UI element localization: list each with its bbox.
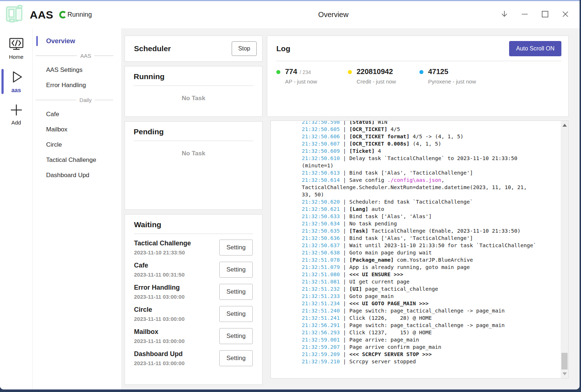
log-entry: INFO21:32:50.620 | Scheduler: End task `… xyxy=(276,198,556,205)
waiting-task-name: Mailbox xyxy=(134,328,184,336)
log-entry: INFO21:32:51.233 | Goto page_main xyxy=(276,293,556,300)
log-entry: INFO21:32:51.240 | Page switch: page_tac… xyxy=(276,307,556,314)
sidebar-item-mailbox[interactable]: Mailbox xyxy=(33,122,121,137)
log-timestamp: 21:32:50.598 xyxy=(302,121,340,125)
log-timestamp: 21:32:51.234 xyxy=(302,301,340,306)
log-timestamp: 21:32:59.001 xyxy=(302,337,340,343)
setting-button[interactable]: Setting xyxy=(219,262,253,278)
log-separator: | xyxy=(340,177,349,183)
log-separator: | xyxy=(340,121,349,125)
log-timestamp: 21:32:50.621 xyxy=(302,206,340,212)
stop-button[interactable]: Stop xyxy=(232,41,257,56)
setting-button[interactable]: Setting xyxy=(219,306,253,322)
log-level: INFO xyxy=(276,351,302,358)
divider xyxy=(36,100,76,100)
scrollbar-thumb[interactable] xyxy=(561,353,568,369)
divider xyxy=(134,85,253,86)
waiting-task-row: Dashboard Upd2023-11-11 03:00:00Setting xyxy=(134,347,253,369)
log-timestamp: 21:32:50.636 xyxy=(302,235,340,241)
stat-value: 47125 xyxy=(428,68,448,75)
setting-button[interactable]: Setting xyxy=(219,328,253,344)
log-console[interactable]: INFO21:32:50.598 | [Status] WININFO21:32… xyxy=(271,121,569,379)
log-message: Bind task ['Alas', 'TacticalChallenge'] xyxy=(349,170,473,176)
log-entry: INFO21:32:56.293 | Click (1237, 15) @ HO… xyxy=(276,329,556,336)
log-separator: | xyxy=(340,315,349,321)
log-message: [Status] xyxy=(349,121,375,125)
log-separator: | xyxy=(340,199,349,205)
log-separator: | xyxy=(340,206,349,212)
log-timestamp: 21:32:59.207 xyxy=(302,344,340,350)
scroll-up-button[interactable] xyxy=(561,122,568,129)
log-timestamp: 21:32:50.609 xyxy=(302,148,340,154)
rail-item-label: aas xyxy=(11,87,21,94)
log-separator: | xyxy=(340,293,349,299)
waiting-task-next-run: 2023-11-11 03:00:00 xyxy=(134,316,184,322)
log-level: INFO xyxy=(276,169,302,176)
sidebar-item-tactical-challenge[interactable]: Tactical Challenge xyxy=(33,152,121,168)
log-separator: | xyxy=(340,308,349,314)
waiting-task-row: Circle2023-11-11 03:00:00Setting xyxy=(134,303,253,325)
log-level: INFO xyxy=(276,278,302,285)
log-entry: INFO21:32:51.234 | <<< UI GOTO PAGE_MAIN… xyxy=(276,300,556,307)
running-title: Running xyxy=(134,72,253,81)
log-level: INFO xyxy=(276,358,302,365)
waiting-task-name: Circle xyxy=(134,306,184,314)
waiting-task-info: Tactical Challenge2023-11-10 21:33:50 xyxy=(134,240,191,256)
log-timestamp: 21:32:51.232 xyxy=(302,286,340,292)
divider xyxy=(36,56,77,56)
sidebar-item-circle[interactable]: Circle xyxy=(33,137,121,152)
divider xyxy=(94,56,113,56)
log-separator: | xyxy=(340,279,349,285)
rail-item-aas[interactable]: aas xyxy=(0,68,32,95)
scheduler-status-label: Running xyxy=(68,11,92,19)
log-timestamp: 21:32:51.081 xyxy=(302,279,340,285)
waiting-task-row: Tactical Challenge2023-11-10 21:33:50Set… xyxy=(134,236,253,258)
triangle-up-icon xyxy=(562,124,567,127)
sidebar-item-cafe[interactable]: Cafe xyxy=(33,107,121,122)
log-level: INFO xyxy=(276,176,302,184)
sidebar-section-label: AAS xyxy=(80,53,91,59)
rail-item-home[interactable]: Home xyxy=(0,36,32,62)
setting-button[interactable]: Setting xyxy=(219,350,253,366)
stat-body: 220810942Credit - just now xyxy=(357,68,396,85)
log-level: INFO xyxy=(276,322,302,329)
log-entry: INFO21:32:50.606 | [OCR_TICKET format] 4… xyxy=(276,133,556,140)
log-level: INFO xyxy=(276,264,302,271)
sidebar-item-error-handling[interactable]: Error Handling xyxy=(33,78,121,93)
setting-button[interactable]: Setting xyxy=(219,240,253,256)
log-separator: | xyxy=(340,351,349,357)
stat-label: Credit - just now xyxy=(357,78,396,85)
log-entry: INFO21:32:50.621 | [Lang] auto xyxy=(276,205,556,213)
log-entry: INFO21:32:51.232 | [UI] page_tactical_ch… xyxy=(276,285,556,293)
close-button[interactable] xyxy=(560,9,571,20)
log-separator: | xyxy=(340,235,349,241)
log-timestamp: 21:32:51.078 xyxy=(302,257,340,263)
log-separator: | xyxy=(340,213,349,219)
log-level: INFO xyxy=(276,227,302,234)
log-level: INFO xyxy=(276,329,302,336)
log-message: [Task] xyxy=(349,228,368,234)
sidebar-item-overview[interactable]: Overview xyxy=(33,33,121,49)
auto-scroll-toggle[interactable]: Auto Scroll ON xyxy=(509,41,561,56)
running-spinner-icon xyxy=(59,11,67,19)
minimize-button[interactable] xyxy=(519,9,530,20)
maximize-button[interactable] xyxy=(540,9,550,20)
sidebar-item-aas-settings[interactable]: AAS Settings xyxy=(33,62,121,78)
log-separator: | xyxy=(340,148,349,154)
tasks-column: Scheduler Stop Running No Task Pending N… xyxy=(125,36,263,389)
sidebar-item-dashboard-upd[interactable]: Dashboard Upd xyxy=(33,168,121,183)
log-separator: | xyxy=(340,337,349,343)
setting-button[interactable]: Setting xyxy=(219,284,253,300)
log-separator: | xyxy=(340,134,349,139)
scroll-down-button[interactable] xyxy=(561,370,568,377)
waiting-task-row: Mailbox2023-11-11 03:00:00Setting xyxy=(134,325,253,347)
log-message: [Lang] xyxy=(349,206,368,212)
main-content: Scheduler Stop Running No Task Pending N… xyxy=(122,28,580,389)
download-update-button[interactable] xyxy=(499,9,510,20)
log-message: [OCR_TICKET 0.008s] xyxy=(349,141,410,147)
rail-item-add[interactable]: Add xyxy=(0,101,32,127)
waiting-task-row: Cafe2023-11-11 00:31:50Setting xyxy=(134,258,253,281)
log-message: [Ticket] xyxy=(349,148,375,154)
vertical-scrollbar[interactable] xyxy=(561,121,568,378)
sidebar: OverviewAASAAS SettingsError HandlingDai… xyxy=(33,28,122,389)
